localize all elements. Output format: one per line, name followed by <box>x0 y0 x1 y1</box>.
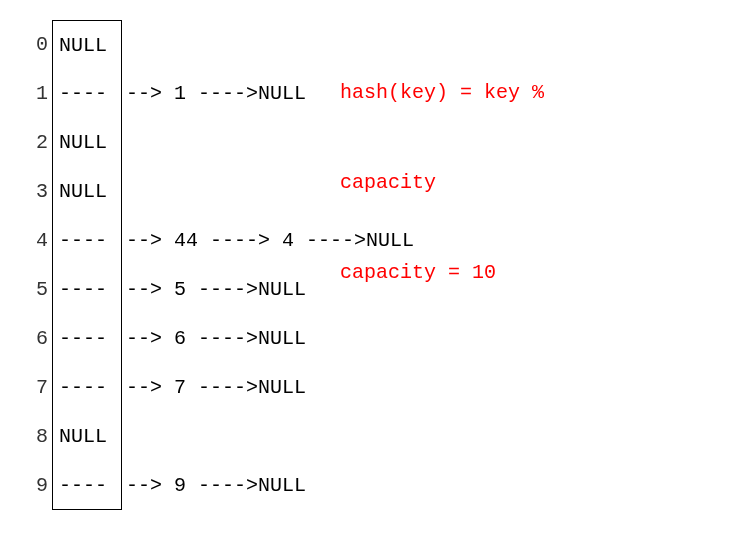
hash-formula: hash(key) = key % capacity capacity = 10 <box>340 18 544 318</box>
formula-line: capacity <box>340 168 544 198</box>
chain-content: --> 5 ---->NULL <box>122 278 306 301</box>
chain-content: --> 1 ---->NULL <box>122 82 306 105</box>
bucket-cell: ---- <box>52 265 122 314</box>
bucket-index: 6 <box>20 327 52 350</box>
chain-content: --> 9 ---->NULL <box>122 474 306 497</box>
table-row: 8 NULL <box>20 412 716 461</box>
table-row: 6 ---- --> 6 ---->NULL <box>20 314 716 363</box>
bucket-index: 4 <box>20 229 52 252</box>
table-row: 7 ---- --> 7 ---->NULL <box>20 363 716 412</box>
bucket-index: 2 <box>20 131 52 154</box>
bucket-index: 7 <box>20 376 52 399</box>
bucket-cell: ---- <box>52 314 122 363</box>
formula-line: capacity = 10 <box>340 258 544 288</box>
table-row: 9 ---- --> 9 ---->NULL <box>20 461 716 510</box>
bucket-index: 3 <box>20 180 52 203</box>
bucket-cell: ---- <box>52 461 122 510</box>
chain-content: --> 7 ---->NULL <box>122 376 306 399</box>
bucket-cell: ---- <box>52 216 122 265</box>
bucket-index: 9 <box>20 474 52 497</box>
bucket-index: 1 <box>20 82 52 105</box>
bucket-cell: NULL <box>52 118 122 167</box>
bucket-index: 0 <box>20 33 52 56</box>
bucket-index: 8 <box>20 425 52 448</box>
bucket-cell: NULL <box>52 20 122 69</box>
bucket-cell: ---- <box>52 363 122 412</box>
formula-line: hash(key) = key % <box>340 78 544 108</box>
bucket-cell: NULL <box>52 412 122 461</box>
bucket-cell: ---- <box>52 69 122 118</box>
bucket-index: 5 <box>20 278 52 301</box>
chain-content: --> 6 ---->NULL <box>122 327 306 350</box>
bucket-cell: NULL <box>52 167 122 216</box>
